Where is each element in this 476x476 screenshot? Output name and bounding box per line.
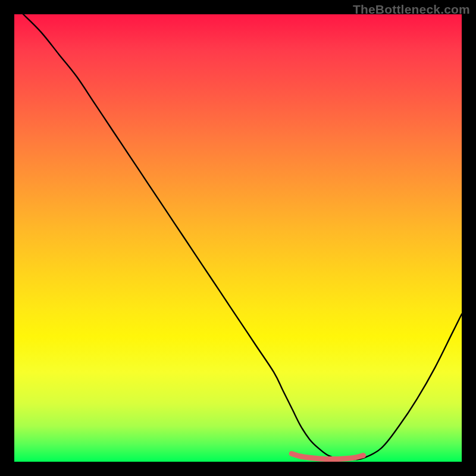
chart-curve-layer xyxy=(14,14,462,462)
bottleneck-curve xyxy=(23,14,462,460)
watermark-text: TheBottleneck.com xyxy=(353,2,470,17)
chart-frame xyxy=(14,14,462,462)
